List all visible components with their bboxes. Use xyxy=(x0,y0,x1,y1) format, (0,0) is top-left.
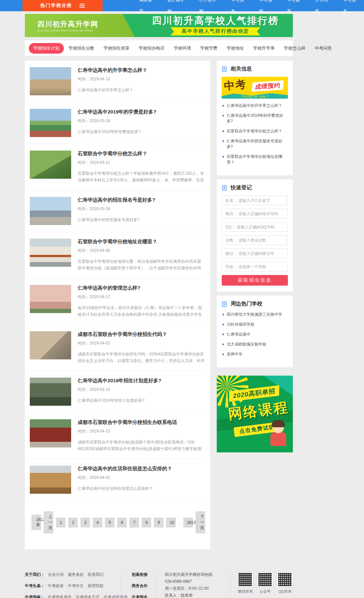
footer-link[interactable]: 企业介绍 xyxy=(48,572,64,577)
footer-nav-link[interactable]: 中考报名 xyxy=(132,594,157,598)
article-thumbnail[interactable] xyxy=(30,109,71,137)
article-description: 各2019届初中毕业生：四川天府新区（仁寿）华达高中二十多年来，我校共计为社会培… xyxy=(78,304,205,318)
article-row[interactable]: 仁寿华达高中的生活和住宿是怎么安排的？ 时间：2019-04-02 仁寿华达高中… xyxy=(30,459,205,501)
page-button[interactable]: 2 xyxy=(68,518,78,528)
footer-link[interactable]: 推荐院校 xyxy=(88,583,104,588)
nav-link[interactable]: 升学问答 xyxy=(308,0,336,17)
exam-score-promo-banner[interactable]: 中考 成绩预约 Young for you ! xyxy=(222,77,288,99)
get-admission-info-button[interactable]: 获取招生信息 xyxy=(222,275,288,286)
article-thumbnail[interactable] xyxy=(30,419,71,447)
page-button[interactable]: 10 xyxy=(166,518,176,528)
time-prefix: 时间： xyxy=(78,475,90,480)
tab-item[interactable]: 学校招生计划 xyxy=(29,43,64,54)
footer-link[interactable]: 中考报名条件 xyxy=(48,595,71,598)
related-link[interactable]: 仁寿华达高中的升学率怎么样？ xyxy=(227,103,282,109)
footer-link[interactable]: 联系我们 xyxy=(88,572,104,577)
document-icon xyxy=(222,301,228,307)
site-logo[interactable]: 四川初升高升学网 SICHUAN JUNIOR HIGH SCHOOL NETW… xyxy=(25,14,135,37)
school-link[interactable]: 东禅中学 xyxy=(227,351,243,357)
hamburger-menu-icon[interactable] xyxy=(79,4,85,8)
school-link[interactable]: 仁寿华达高中 xyxy=(227,332,250,337)
register-field[interactable] xyxy=(222,235,288,245)
tab-item[interactable]: 学校学费 xyxy=(196,43,222,54)
school-link[interactable]: 北大成都附属实验学校 xyxy=(227,342,266,347)
footer-link[interactable]: 中考政策 xyxy=(48,583,64,588)
tab-item[interactable]: 中考问答 xyxy=(310,43,337,54)
article-thumbnail[interactable] xyxy=(30,378,71,406)
page-button[interactable]: 5 xyxy=(105,518,114,528)
prev-page-button[interactable]: 上一页 xyxy=(44,511,53,533)
tab-item[interactable]: 学校招生分数 xyxy=(64,43,99,54)
article-row[interactable]: 仁寿华达高中的升学率怎么样？ 时间：2019-04-10 仁寿华达高中的升学率怎… xyxy=(30,61,205,102)
article-thumbnail[interactable] xyxy=(30,197,71,225)
article-row[interactable]: 成都市石室联合中学蜀华分校招生代码？ 时间：2019-04-02 成都市石室联合… xyxy=(30,325,205,371)
tab-item[interactable]: 学校地址 xyxy=(222,43,249,54)
school-link[interactable]: 四川师范大学附属第三实验中学 xyxy=(227,312,282,317)
page-button[interactable]: 6 xyxy=(117,518,127,528)
footer-link[interactable]: 中考报名方式 xyxy=(76,595,100,598)
article-date: 2019-04-17 xyxy=(90,295,110,299)
article-title[interactable]: 仁寿华达高中的招生报名号是好多? xyxy=(78,197,205,203)
article-title[interactable]: 成都市石室联合中学蜀华分校招生办联系电话 xyxy=(78,419,205,426)
tab-item[interactable]: 学校怎么样 xyxy=(279,43,310,54)
footer-links-column: 关于我们： 企业介绍 服务条款 联系我们 中考头条： 中考政策 中考作文 xyxy=(25,571,121,598)
article-thumbnail[interactable] xyxy=(30,67,71,95)
next-page-button[interactable]: 下一页 xyxy=(196,511,205,533)
qr-code xyxy=(257,572,273,587)
article-row[interactable]: 成都市石室联合中学蜀华分校招生办联系电话 时间：2019-04-10 成都市石室… xyxy=(30,413,205,459)
register-field[interactable] xyxy=(222,262,288,271)
school-links: 四川师范大学附属第三实验中学 川科外国语学校 仁寿华达高中 北大成都附属实验学校… xyxy=(222,312,288,357)
page-button[interactable]: 7 xyxy=(129,518,139,528)
register-field[interactable] xyxy=(222,209,288,218)
article-row[interactable]: 仁寿华达高中的招生报名号是好多? 时间：2019-03-26 仁寿华达高中的招生… xyxy=(30,190,205,232)
article-thumbnail[interactable] xyxy=(30,285,71,313)
article-title[interactable]: 仁寿华达高中的生活和住宿是怎么安排的？ xyxy=(78,466,205,472)
footer-link[interactable]: 中考作文 xyxy=(68,583,84,588)
footer-nav-link[interactable]: 商务合作 xyxy=(132,583,157,589)
related-link[interactable]: 石室联合中学蜀华分校地址在哪里？ xyxy=(227,154,288,165)
contact-line: 028-6598-0667 xyxy=(165,578,230,585)
article-row[interactable]: 石室联合中学蜀华分校怎么样？ 时间：2019-03-12 石室联合中学蜀华分校怎… xyxy=(30,144,205,190)
article-thumbnail[interactable] xyxy=(30,239,71,267)
register-field[interactable] xyxy=(222,196,288,205)
article-thumbnail[interactable] xyxy=(30,331,71,359)
article-title[interactable]: 仁寿华达高中2019年招生计划是好多? xyxy=(78,378,205,384)
hot-categories-button[interactable]: 热门学校分类 xyxy=(23,0,103,11)
card-title: 周边热门学校 xyxy=(231,300,262,307)
contact-line: 周一至周日：9:00~21:00 xyxy=(165,585,230,592)
tab-item[interactable]: 学校招办电话 xyxy=(134,43,169,54)
article-row[interactable]: 仁寿华达高中的管理怎么样? 时间：2019-04-17 各2019届初中毕业生：… xyxy=(30,278,205,325)
article-title[interactable]: 仁寿华达高中的升学率怎么样？ xyxy=(78,67,205,73)
article-row[interactable]: 仁寿华达高中2019年招生计划是好多? 时间：2019-03-13 仁寿华达高中… xyxy=(30,371,205,413)
article-thumbnail[interactable] xyxy=(30,466,71,494)
page-button[interactable]: 8 xyxy=(142,518,151,528)
last-page-button[interactable]: 2813 xyxy=(183,518,193,528)
register-field[interactable] xyxy=(222,249,288,258)
article-info: 石室联合中学蜀华分校地址在哪里？ 时间：2019-04-08 石室联合中学蜀华分… xyxy=(78,239,205,271)
tab-item[interactable]: 学校环境 xyxy=(169,43,196,54)
page-button[interactable]: 4 xyxy=(93,518,102,528)
article-description: 石室联合中学蜀华分校地理位置：四川省成都市青羊区蜀华街43号石室联中蜀华分校（原… xyxy=(78,258,205,271)
nav-link[interactable]: 中考报名 xyxy=(336,0,364,17)
register-field[interactable] xyxy=(222,222,288,232)
page-button[interactable]: 3 xyxy=(80,518,90,528)
article-row[interactable]: 仁寿华达高中2019年的学费是好多? 时间：2019-03-28 仁寿华达高中2… xyxy=(30,102,205,144)
footer-link[interactable]: 服务条款 xyxy=(68,572,84,577)
article-title[interactable]: 仁寿华达高中2019年的学费是好多? xyxy=(78,109,205,115)
footer-nav-link[interactable]: 初高衔接 xyxy=(132,572,157,577)
related-link[interactable]: 仁寿华达高中的招生报名号是好多? xyxy=(227,138,288,150)
online-course-ad[interactable]: 2020高职单招 网络课程 点击免费试听 xyxy=(217,376,293,452)
related-link[interactable]: 仁寿华达高中2019年的学费是好多? xyxy=(227,113,288,124)
article-thumbnail[interactable] xyxy=(30,151,71,179)
article-title[interactable]: 仁寿华达高中的管理怎么样? xyxy=(78,285,205,291)
page-button[interactable]: 1 xyxy=(56,518,66,528)
article-title[interactable]: 石室联合中学蜀华分校怎么样？ xyxy=(78,151,205,157)
page-button[interactable]: 9 xyxy=(154,518,163,528)
article-row[interactable]: 石室联合中学蜀华分校地址在哪里？ 时间：2019-04-08 石室联合中学蜀华分… xyxy=(30,232,205,278)
article-title[interactable]: 成都市石室联合中学蜀华分校招生代码？ xyxy=(78,331,205,338)
tab-item[interactable]: 学校招生简章 xyxy=(99,43,134,54)
related-link[interactable]: 石室联合中学蜀华分校怎么样？ xyxy=(227,128,282,134)
school-link[interactable]: 川科外国语学校 xyxy=(227,322,254,327)
tab-item[interactable]: 学校升学率 xyxy=(249,43,279,54)
article-title[interactable]: 石室联合中学蜀华分校地址在哪里？ xyxy=(78,239,205,245)
